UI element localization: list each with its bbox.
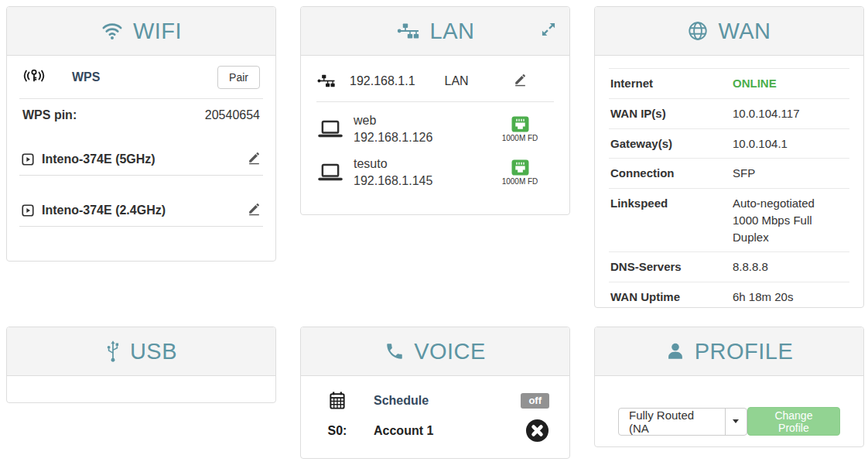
wps-row: WPS Pair bbox=[19, 56, 263, 99]
profile-controls-row: Fully Routed (NA Change Profile bbox=[618, 407, 840, 436]
account-name: Account 1 bbox=[374, 424, 433, 438]
usb-panel-body bbox=[7, 376, 275, 402]
wan-row-label: DNS-Servers bbox=[610, 258, 733, 275]
table-row: Connection SFP bbox=[609, 158, 849, 188]
phone-icon bbox=[384, 341, 405, 361]
lan-gateway-row: 192.168.1.1 LAN bbox=[316, 56, 554, 102]
lan-panel-header: LAN bbox=[301, 7, 569, 56]
change-profile-button[interactable]: Change Profile bbox=[747, 407, 840, 436]
wps-pin-value: 20540654 bbox=[205, 108, 260, 122]
ssid-row-5ghz[interactable]: Inteno-374E (5GHz) bbox=[19, 150, 263, 176]
wan-row-value: 10.0.104.1 bbox=[733, 135, 848, 152]
usb-panel-header: USB bbox=[7, 327, 275, 376]
person-icon bbox=[665, 341, 685, 361]
device-ip: 192.168.1.145 bbox=[354, 174, 432, 187]
profile-panel-header: PROFILE bbox=[595, 327, 863, 376]
device-info: web 192.168.1.126 bbox=[354, 112, 432, 145]
wan-panel: WAN Internet ONLINE WAN IP(s) 10.0.104.1… bbox=[594, 6, 864, 308]
wan-row-value: 8.8.8.8 bbox=[733, 258, 848, 275]
ssid-name: Inteno-374E (5GHz) bbox=[42, 152, 155, 166]
wan-panel-title: WAN bbox=[718, 19, 771, 44]
usb-icon bbox=[105, 340, 121, 363]
wan-row-label: WAN IP(s) bbox=[610, 105, 733, 122]
wps-pin-label: WPS pin: bbox=[22, 108, 77, 122]
wan-row-label: WAN Uptime bbox=[610, 289, 733, 306]
lan-device-row: web 192.168.1.126 1000M FD bbox=[316, 112, 554, 145]
table-row: WAN Uptime 6h 18m 20s bbox=[609, 282, 849, 312]
wps-label: WPS bbox=[72, 70, 100, 84]
voice-panel: VOICE Schedule off S0: Account 1 bbox=[300, 327, 570, 459]
wan-row-value: SFP bbox=[733, 165, 848, 182]
wan-panel-body: Internet ONLINE WAN IP(s) 10.0.104.117 G… bbox=[595, 68, 863, 312]
usb-panel-title: USB bbox=[130, 339, 177, 364]
caret-down-icon[interactable] bbox=[725, 409, 747, 435]
wan-row-value: 10.0.104.117 bbox=[733, 105, 848, 122]
wifi-panel-title: WIFI bbox=[133, 19, 182, 44]
edit-icon[interactable] bbox=[247, 201, 261, 219]
sitemap-icon bbox=[316, 73, 337, 89]
profile-dropdown-value: Fully Routed (NA bbox=[619, 409, 725, 435]
ssid-row-24ghz[interactable]: Inteno-374E (2.4GHz) bbox=[19, 201, 263, 227]
ethernet-port-icon bbox=[511, 116, 529, 132]
ethernet-port-icon bbox=[511, 159, 529, 176]
edit-icon[interactable] bbox=[247, 150, 261, 168]
profile-panel-title: PROFILE bbox=[695, 339, 794, 364]
wifi-panel-body: WPS Pair WPS pin: 20540654 Inteno-374E (… bbox=[7, 56, 275, 227]
voice-account-row: S0: Account 1 bbox=[324, 419, 549, 443]
wps-icon bbox=[22, 66, 46, 89]
wan-row-label: Gateway(s) bbox=[610, 135, 733, 152]
wan-row-value: Auto-negotiated 1000 Mbps Full Duplex bbox=[733, 195, 837, 245]
calendar-icon bbox=[324, 391, 350, 410]
wan-status-table: Internet ONLINE WAN IP(s) 10.0.104.117 G… bbox=[609, 68, 849, 312]
wps-pin-row: WPS pin: 20540654 bbox=[19, 99, 263, 132]
link-speed: 1000M FD bbox=[502, 134, 538, 142]
remove-account-icon[interactable] bbox=[525, 419, 549, 443]
voice-panel-header: VOICE bbox=[301, 327, 569, 376]
table-row: Gateway(s) 10.0.104.1 bbox=[609, 128, 849, 159]
schedule-label: Schedule bbox=[374, 394, 429, 408]
laptop-icon bbox=[316, 162, 344, 183]
expand-icon[interactable] bbox=[540, 21, 557, 41]
play-square-icon bbox=[21, 204, 35, 217]
table-row: Linkspeed Auto-negotiated 1000 Mbps Full… bbox=[609, 188, 849, 251]
internet-status-badge: ONLINE bbox=[733, 75, 848, 92]
lan-panel: LAN 192.168.1.1 bbox=[300, 6, 570, 215]
wan-row-label: Linkspeed bbox=[610, 195, 733, 245]
table-row: Internet ONLINE bbox=[609, 68, 849, 98]
schedule-toggle-badge[interactable]: off bbox=[521, 393, 549, 409]
profile-panel: PROFILE Fully Routed (NA Change Profile bbox=[594, 327, 864, 447]
table-row: WAN IP(s) 10.0.104.117 bbox=[609, 98, 849, 128]
ssid-name: Inteno-374E (2.4GHz) bbox=[42, 204, 166, 217]
dashboard: WIFI WPS Pair bbox=[0, 0, 868, 472]
gateway-ip: 192.168.1.1 bbox=[350, 74, 415, 88]
sitemap-icon bbox=[396, 21, 421, 41]
wan-row-value: 6h 18m 20s bbox=[733, 289, 848, 306]
account-prefix: S0: bbox=[324, 424, 350, 438]
profile-dropdown[interactable]: Fully Routed (NA bbox=[618, 408, 747, 436]
usb-panel: USB bbox=[6, 327, 276, 403]
profile-panel-body: Fully Routed (NA Change Profile bbox=[595, 407, 863, 436]
link-speed: 1000M FD bbox=[502, 177, 538, 186]
wan-row-label: Connection bbox=[610, 165, 733, 182]
gateway-label: LAN bbox=[445, 74, 469, 88]
edit-icon[interactable] bbox=[513, 72, 528, 90]
laptop-icon bbox=[316, 118, 344, 139]
globe-icon bbox=[687, 20, 709, 42]
device-name: web bbox=[354, 114, 376, 127]
wifi-icon bbox=[101, 21, 124, 41]
play-square-icon bbox=[21, 152, 35, 166]
wan-panel-header: WAN bbox=[595, 7, 863, 56]
lan-panel-title: LAN bbox=[430, 19, 475, 44]
device-name: tesuto bbox=[354, 157, 388, 170]
voice-panel-title: VOICE bbox=[414, 339, 486, 364]
wifi-panel-header: WIFI bbox=[7, 7, 275, 56]
lan-panel-body: 192.168.1.1 LAN bbox=[301, 56, 569, 189]
voice-panel-body: Schedule off S0: Account 1 bbox=[301, 391, 569, 443]
wifi-panel: WIFI WPS Pair bbox=[6, 6, 276, 262]
device-ip: 192.168.1.126 bbox=[354, 131, 432, 144]
schedule-row: Schedule off bbox=[324, 391, 549, 410]
pair-button[interactable]: Pair bbox=[217, 66, 260, 89]
device-info: tesuto 192.168.1.145 bbox=[354, 156, 432, 189]
wan-row-label: Internet bbox=[610, 75, 733, 92]
table-row: DNS-Servers 8.8.8.8 bbox=[609, 251, 849, 282]
